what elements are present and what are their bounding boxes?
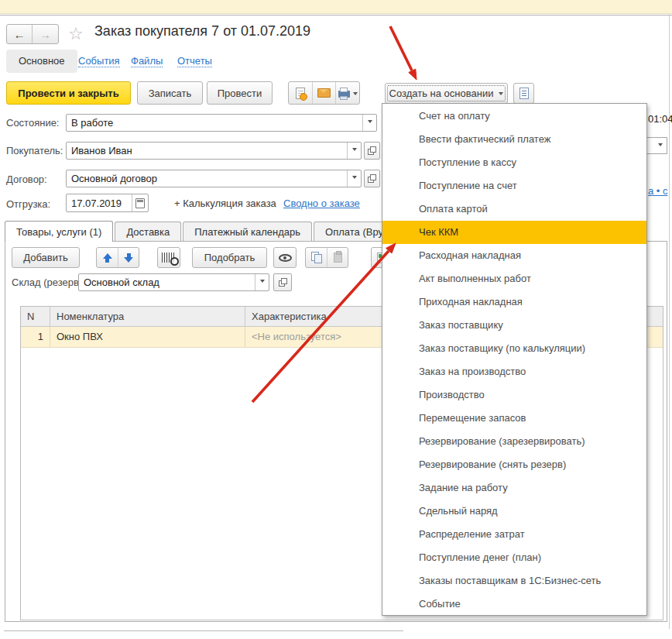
menu-item[interactable]: Поступление на счет [382,174,646,198]
tab-payment-calendar[interactable]: Платежный календарь [183,222,312,242]
chevron-down-icon [658,143,663,149]
forward-button[interactable]: → [33,25,58,43]
menu-item[interactable]: Перемещение запасов [382,407,646,430]
menu-item[interactable]: Резервирование (зарезервировать) [382,430,646,453]
menu-item[interactable]: Приходная накладная [382,290,646,314]
tab-delivery[interactable]: Доставка [115,222,181,242]
order-summary-link[interactable]: Сводно о заказе [283,198,360,209]
menu-item[interactable]: Поступление денег (план) [382,546,646,569]
warehouse-combobox [78,273,269,291]
shipment-date-field [66,194,149,212]
menu-item-highlighted[interactable]: Чек ККМ [382,221,646,244]
menu-item[interactable]: Ввести фактический платеж [382,128,646,151]
move-row-group [96,247,139,268]
menu-item[interactable]: Заказ поставщику [382,314,646,337]
menu-item[interactable]: Производство [382,383,646,407]
nav-tab-events[interactable]: События [78,55,120,67]
tab-goods-services[interactable]: Товары, услуги (1) [5,221,113,242]
report-doc-icon [519,88,529,99]
contract-dropdown-button[interactable] [347,170,361,187]
chevron-down-icon [368,120,372,125]
document-tabs: Товары, услуги (1) Доставка Платежный ка… [5,221,423,242]
nav-tab-reports[interactable]: Отчеты [177,55,212,67]
row-number-cell[interactable]: 1 [21,327,50,347]
move-up-button[interactable] [97,248,118,267]
menu-item[interactable]: Оплата картой [382,198,646,221]
arrowhead-icon [409,69,417,80]
eye-icon [279,254,292,262]
shipment-calendar-button[interactable] [132,194,148,211]
menu-item[interactable]: Заказы поставщикам в 1С:Бизнес-сеть [382,569,646,593]
contract-combobox [66,170,362,187]
favorite-star-icon[interactable]: ☆ [68,24,84,44]
save-button[interactable]: Записать [137,81,203,105]
arrow-down-icon [124,253,133,263]
create-based-on-menu: Счет на оплату Ввести фактический платеж… [382,103,647,616]
warehouse-label: Склад (резерв): [12,277,85,288]
menu-item[interactable]: Распределение затрат [382,523,646,546]
document-report-button[interactable] [513,83,534,104]
add-row-button[interactable]: Добавить [12,247,80,268]
menu-item[interactable]: Акт выполненных работ [382,267,646,290]
document-movements-button[interactable] [289,82,312,104]
create-based-on-button[interactable]: Создать на основании [385,83,508,104]
menu-item[interactable]: Расходная накладная [382,244,646,267]
customer-label: Покупатель: [6,145,63,156]
column-header-nomenclature[interactable]: Номенклатура [50,307,245,326]
printer-icon [338,91,350,98]
copy-icon [311,252,322,263]
state-input[interactable] [67,115,362,131]
command-icon-group [288,81,360,105]
move-down-button[interactable] [118,248,139,267]
contract-input[interactable] [67,170,347,187]
menu-item[interactable]: Поступление в кассу [382,151,646,174]
barcode-scan-button[interactable] [157,247,180,268]
contract-open-button[interactable] [364,170,380,187]
document-clock-icon [296,88,305,99]
view-settings-button[interactable] [273,247,297,268]
customer-input[interactable] [67,143,347,159]
chevron-down-icon [499,92,503,98]
footer-divider [4,630,403,631]
customer-open-button[interactable] [364,142,380,160]
arrow-to-create-button [390,26,412,70]
paste-icon [334,253,342,263]
print-menu-caret-icon [353,92,358,98]
pick-items-button[interactable]: Подобрать [192,247,267,268]
menu-item[interactable]: Сдельный наряд [382,500,646,523]
menu-item[interactable]: Заказ поставщику (по калькуляции) [382,337,646,360]
menu-item[interactable]: Резервирование (снять резерв) [382,453,646,476]
menu-item[interactable]: Событие [382,593,646,616]
warehouse-dropdown-button[interactable] [255,274,269,290]
customer-dropdown-button[interactable] [347,143,361,159]
order-window: ← → ☆ Заказ покупателя 7 от 01.07.2019 О… [0,0,672,639]
shipment-date-input[interactable] [67,194,132,211]
warehouse-open-button[interactable] [273,273,292,291]
menu-item[interactable]: Счет на оплату [382,105,646,128]
send-email-button[interactable] [312,82,335,104]
post-and-close-button[interactable]: Провести и закрыть [6,81,131,105]
state-combobox [66,114,377,132]
menu-item[interactable]: Задание на работу [382,476,646,500]
top-accent-band [0,0,672,14]
warehouse-input[interactable] [79,274,255,290]
menu-item[interactable]: Заказ на производство [382,360,646,383]
state-dropdown-button[interactable] [362,115,376,131]
order-calculation-action[interactable]: + Калькуляция заказа [174,198,276,209]
back-button[interactable]: ← [7,25,33,43]
chevron-down-icon [260,280,265,285]
paste-rows-button[interactable] [327,248,348,267]
calendar-icon [135,198,145,208]
nav-tab-main[interactable]: Основное [6,50,77,73]
print-button[interactable] [335,82,359,104]
chevron-down-icon [352,148,357,153]
post-button[interactable]: Провести [207,81,273,105]
copy-rows-button[interactable] [306,248,327,267]
nomenclature-cell[interactable]: Окно ПВХ [50,327,245,347]
shipment-label: Отгрузка: [6,198,50,210]
hidden-link-fragment: а • с [648,185,668,197]
open-link-icon [368,174,376,183]
history-nav-group: ← → [6,24,59,44]
column-header-n[interactable]: N [21,307,50,326]
nav-tab-files[interactable]: Файлы [131,55,163,67]
